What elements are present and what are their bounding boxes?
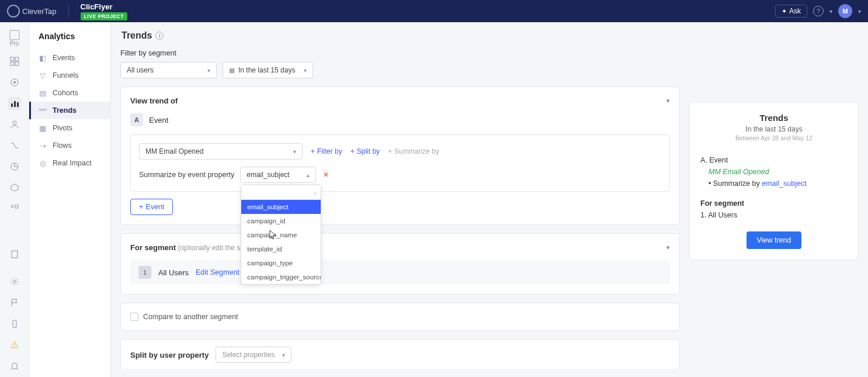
dropdown-options-list: email_subject campaign_id campaign_name … [241, 200, 321, 284]
summary-summarize-line: • Summarize by email_subject [700, 178, 848, 189]
filter-by-button[interactable]: +Filter by [311, 147, 342, 155]
segment-name: All Users [158, 268, 189, 277]
search-icon: ⌕ [313, 189, 317, 196]
rail-users-icon[interactable] [8, 118, 21, 131]
subnav-cohorts[interactable]: ▤Cohorts [29, 84, 110, 102]
svg-point-14 [13, 281, 16, 283]
svg-rect-0 [10, 30, 19, 40]
property-dropdown[interactable]: email_subject▴ ⌕ email_subject campaign_… [240, 167, 316, 183]
brand-logo: CleverTap [7, 5, 57, 18]
rail-target-icon[interactable] [8, 76, 21, 89]
rail-analytics-icon[interactable] [8, 97, 21, 110]
option-template-id[interactable]: template_id [241, 242, 321, 256]
compare-checkbox[interactable] [130, 313, 138, 321]
summary-event-name: MM Email Opened [700, 166, 848, 178]
event-letter: A [130, 113, 143, 126]
subnav-real-impact[interactable]: ◎Real Impact [29, 154, 110, 172]
property-dropdown-panel: ⌕ email_subject campaign_id campaign_nam… [241, 185, 321, 285]
split-properties-dropdown[interactable]: Select properties▾ [216, 347, 291, 363]
project-block[interactable]: ClicFlyer LIVE PROJECT [81, 2, 128, 20]
svg-point-10 [13, 121, 16, 124]
svg-rect-9 [17, 102, 19, 107]
filter-label: Filter by segment [120, 49, 680, 57]
option-campaign-id[interactable]: campaign_id [241, 214, 321, 228]
chevron-down-icon: ▾ [207, 67, 210, 74]
help-icon[interactable]: ? [813, 6, 824, 16]
flows-icon: ⇢ [39, 141, 47, 150]
rail-warning-icon[interactable] [8, 338, 21, 351]
event-label: Event [149, 116, 168, 124]
page-title: Trends i [120, 30, 680, 41]
view-trend-button[interactable]: View trend [747, 231, 802, 249]
svg-point-6 [13, 81, 16, 84]
remove-summarize-icon[interactable]: ✕ [323, 171, 329, 179]
info-icon[interactable]: i [155, 32, 164, 40]
funnels-icon: ▽ [39, 71, 47, 79]
event-select-dropdown[interactable]: MM Email Opened▾ [139, 143, 303, 160]
segment-number: 1 [138, 266, 151, 279]
rail-flow-icon[interactable] [8, 139, 21, 152]
user-avatar[interactable]: M [838, 4, 852, 18]
rail-gear-icon[interactable] [8, 275, 21, 288]
rail-doc-icon[interactable] [8, 248, 21, 261]
help-chevron-icon[interactable]: ▾ [829, 8, 832, 15]
trend-card-title: View trend of [130, 96, 178, 105]
top-navbar: CleverTap ClicFlyer LIVE PROJECT Ask ? ▾… [0, 0, 868, 22]
rail-flag-icon[interactable] [8, 296, 21, 309]
split-label: Split by user property [130, 351, 209, 359]
rail-dashboard-icon[interactable] [8, 55, 21, 68]
chevron-up-icon: ▴ [307, 172, 310, 178]
dropdown-search-input[interactable] [241, 185, 321, 200]
live-badge: LIVE PROJECT [81, 12, 128, 20]
users-dropdown[interactable]: All users▾ [120, 62, 217, 78]
subnav-events[interactable]: ◧Events [29, 49, 110, 67]
real-impact-icon: ◎ [39, 159, 47, 167]
option-campaign-name[interactable]: campaign_name [241, 228, 321, 242]
date-range-dropdown[interactable]: ▦ In the last 15 days▾ [223, 62, 313, 78]
svg-rect-2 [15, 57, 19, 61]
rail-cube-icon[interactable] [8, 181, 21, 194]
project-name: ClicFlyer [81, 2, 128, 11]
svg-rect-15 [13, 320, 16, 327]
avatar-chevron-icon[interactable]: ▾ [858, 8, 861, 15]
chevron-down-icon: ▾ [282, 352, 285, 358]
option-email-subject[interactable]: email_subject [241, 200, 321, 214]
rail-phone-icon[interactable] [8, 317, 21, 330]
subnav-flows[interactable]: ⇢Flows [29, 137, 110, 154]
svg-point-17 [14, 346, 15, 347]
vertical-divider [68, 4, 69, 18]
split-by-button[interactable]: +Split by [350, 147, 380, 155]
rail-shape-icon[interactable] [8, 202, 21, 215]
chevron-down-icon: ▾ [304, 67, 307, 74]
analytics-subnav: Analytics ◧Events ▽Funnels ▤Cohorts 〰Tre… [29, 22, 111, 377]
summary-segment-line: 1. All Users [700, 209, 848, 221]
events-icon: ◧ [39, 54, 47, 62]
edit-segment-link[interactable]: Edit Segment [196, 268, 239, 276]
rail-segment-icon[interactable] [8, 160, 21, 173]
option-campaign-trigger-source[interactable]: campaign_trigger_source [241, 270, 321, 284]
rail-bell-icon[interactable] [8, 359, 21, 372]
option-campaign-type[interactable]: campaign_type [241, 256, 321, 270]
pro-label: Pro [9, 29, 20, 47]
svg-rect-1 [11, 57, 14, 61]
subnav-title: Analytics [29, 29, 110, 49]
summarize-label: Summarize by event property [139, 171, 234, 179]
subnav-trends[interactable]: 〰Trends [29, 102, 110, 119]
subnav-pivots[interactable]: ▦Pivots [29, 119, 110, 137]
collapse-icon[interactable]: ▾ [666, 244, 670, 251]
collapse-icon[interactable]: ▾ [666, 97, 670, 105]
compare-card: Compare to another segment [120, 303, 680, 331]
compare-label: Compare to another segment [143, 313, 238, 321]
subnav-funnels[interactable]: ▽Funnels [29, 67, 110, 84]
brand-block: CleverTap ClicFlyer LIVE PROJECT [7, 2, 127, 20]
ask-button[interactable]: Ask [775, 5, 807, 18]
add-event-button[interactable]: +Event [130, 199, 173, 215]
summary-event-line: A. Event [700, 154, 848, 166]
chevron-down-icon: ▾ [293, 148, 296, 155]
summary-subtitle: In the last 15 days [700, 125, 848, 133]
summarize-by-button[interactable]: +Summarize by [388, 147, 439, 155]
svg-rect-12 [15, 205, 18, 208]
summary-title: Trends [700, 113, 848, 123]
cohorts-icon: ▤ [39, 89, 47, 97]
summary-panel: Trends In the last 15 days Between Apr 2… [689, 102, 859, 260]
